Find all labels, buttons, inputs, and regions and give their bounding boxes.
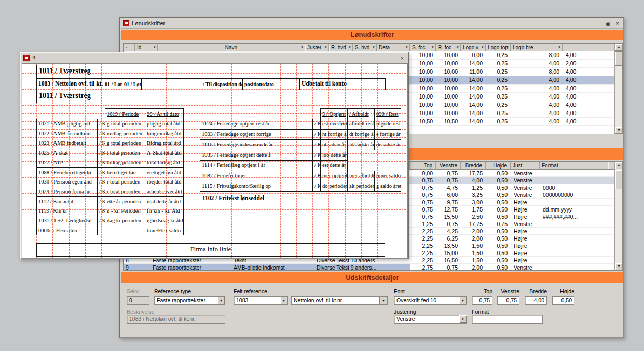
grid2-left-cell[interactable]: 9Faste rapportteksterAMB-pligtig indkoms…	[124, 264, 410, 271]
grid1-header-Logo top[interactable]: Logo top▼	[486, 44, 511, 51]
grid2-cell[interactable]: 0,50	[486, 177, 511, 184]
report-cell[interactable]: t total perioden	[105, 148, 145, 158]
grid2-cell[interactable]: Venstre	[511, 177, 540, 184]
report-cell[interactable]: berettiget løn	[105, 167, 145, 178]
report-cell[interactable]: g saldo året	[374, 181, 401, 192]
grid2-cell[interactable]: 0,75	[436, 170, 461, 177]
grid1-cell[interactable]: 0,25	[486, 76, 511, 85]
report-field[interactable]	[141, 78, 201, 90]
grid2-cell[interactable]	[540, 177, 608, 184]
filter-arrow-icon[interactable]: ▼	[348, 46, 351, 49]
felt-reference-code-select[interactable]: 1083 ▼	[234, 296, 288, 305]
report-cell[interactable]: 1113 / Km kr	[36, 206, 98, 216]
chevron-down-icon[interactable]: ▼	[459, 315, 467, 323]
grid1-cell[interactable]: 4,00	[511, 101, 563, 109]
bredde-input[interactable]: 4,00	[525, 296, 547, 305]
filter-arrow-icon[interactable]: ▼	[372, 46, 375, 49]
grid1-cell[interactable]: 10,00	[436, 85, 461, 93]
report-cell[interactable]: 1035 / Feriedage optjent dette å	[200, 150, 313, 161]
grid2-cell[interactable]: 0,75	[436, 220, 461, 228]
report-cell[interactable]: pligtig total åtd	[145, 119, 184, 129]
grid2-cell[interactable]: 13,50	[436, 242, 461, 249]
report-field[interactable]: Udbetalt til konto	[299, 78, 386, 90]
report-cell[interactable]: / K	[97, 187, 105, 197]
grid2-cell[interactable]: 2,25	[410, 228, 436, 235]
grid2-cell[interactable]: 0,75	[436, 177, 461, 184]
grid2-cell[interactable]: Højre	[511, 206, 540, 213]
report-field-fritekst[interactable]: 1102 / Fritekst lønseddel	[200, 193, 385, 235]
grid1-cell[interactable]: 0,25	[486, 51, 511, 60]
grid2-cell[interactable]: 4,25	[436, 228, 461, 235]
chevron-down-icon[interactable]: ▼	[280, 297, 287, 304]
grid1-cell[interactable]: 8,00	[511, 68, 563, 76]
report-cell[interactable]: est overført	[320, 119, 348, 130]
grid1-cell[interactable]: 10,00	[410, 76, 436, 85]
grid1-cell[interactable]: 10,00	[410, 51, 436, 60]
scrollbar-thumb[interactable]	[615, 51, 623, 66]
minimize-button[interactable]: –	[595, 20, 601, 27]
report-field[interactable]: positionsdato	[242, 78, 277, 90]
filter-arrow-icon[interactable]: ▼	[558, 46, 561, 49]
grid2-cell[interactable]: Højre	[511, 257, 540, 264]
grid1-cell[interactable]: 10,00	[410, 60, 436, 68]
report-cell[interactable]: de sidste år	[374, 139, 401, 150]
report-cell[interactable]: / K	[312, 181, 321, 192]
grid2-cell[interactable]: 0,50	[486, 257, 511, 264]
grid2-cell[interactable]: 1,50	[461, 257, 486, 264]
report-cell[interactable]: time/Flex saldo	[145, 226, 184, 236]
grid1-cell[interactable]: 10,00	[436, 51, 461, 60]
grid2-cell[interactable]: 6,00	[436, 191, 461, 199]
report-cell[interactable]: 1087 / Feriefri timer	[200, 171, 313, 181]
grid2-cell[interactable]: Højre	[511, 228, 540, 235]
report-cell[interactable]: total bidrag åtd	[145, 158, 184, 168]
font-select[interactable]: Overskrift fed 10 ▼	[394, 296, 467, 305]
grid2-cell[interactable]: 4,00	[461, 177, 486, 184]
grid1-cell[interactable]: 14,00	[461, 109, 486, 118]
report-cell[interactable]: arbejdsgiver åtd	[145, 187, 184, 197]
grid2-cell[interactable]: Højre	[511, 242, 540, 249]
grid2-header-Højde[interactable]: Højde	[486, 162, 511, 170]
grid1-cell[interactable]: 14,00	[461, 76, 486, 85]
report-cell[interactable]: A-Skat total åtd	[145, 148, 184, 158]
grid2-cell[interactable]: 0,50	[486, 170, 511, 177]
grid2-cell[interactable]: Højre	[511, 235, 540, 242]
grid1-cell[interactable]: 4,00	[563, 118, 579, 126]
grid1-header-S. foc[interactable]: S. foc▼	[410, 44, 436, 51]
grid1-cell[interactable]: 4,00	[511, 76, 563, 85]
vertical-scrollbar[interactable]: ▲▼	[614, 162, 622, 270]
grid2-cell[interactable]: 0,75	[410, 177, 436, 184]
grid1-cell[interactable]: 0,25	[486, 93, 511, 101]
grid2-cell[interactable]: 0000000000	[540, 191, 608, 199]
report-cell[interactable]: alt perioden	[347, 181, 375, 192]
report-cell[interactable]: 1124 / Feriedage optjent rest år	[200, 119, 313, 130]
grid2-cell[interactable]: 0,75	[410, 213, 436, 220]
report-cell[interactable]: 1023 / AMB indbetalt	[36, 138, 98, 148]
report-cell[interactable]: fri km - kr. Åtd	[145, 206, 184, 216]
report-cell[interactable]: dt forrige år	[347, 129, 375, 140]
report-cell[interactable]: løngrundlag åtd	[145, 129, 184, 139]
grid2-cell[interactable]: 6,25	[436, 235, 461, 242]
scroll-down-button[interactable]: ▼	[615, 263, 623, 270]
grid1-cell[interactable]: 2,00	[563, 60, 579, 68]
report-field[interactable]: 01 / Løn	[103, 78, 122, 90]
grid1-cell[interactable]: 14,00	[461, 118, 486, 126]
grid1-cell[interactable]: 0,00	[461, 51, 486, 60]
report-cell[interactable]: ldo dette år	[320, 150, 348, 161]
grid1-cell[interactable]: 14,00	[461, 93, 486, 101]
report-field-bar2[interactable]: 1011 / Tværstreg	[36, 90, 385, 103]
grid2-cell[interactable]: 1,50	[461, 242, 486, 249]
report-field-footer[interactable]: Firma info linie	[36, 243, 385, 257]
report-cell[interactable]: 1022 / AMB-fri indkom	[36, 129, 98, 139]
report-field[interactable]	[277, 78, 300, 90]
report-cell[interactable]: 1115 / Fritvalgskonto/Særlig op	[200, 181, 313, 192]
grid1-cell[interactable]: 4,00	[563, 51, 579, 60]
grid2-cell[interactable]: Højre	[511, 199, 540, 206]
grid1-cell[interactable]: 4,00	[563, 101, 579, 109]
filter-arrow-icon[interactable]: ▼	[300, 46, 304, 49]
report-cell[interactable]: e forrige år	[374, 129, 401, 140]
report-cell[interactable]: 0000c / Flexsaldo	[36, 226, 98, 236]
filter-arrow-icon[interactable]: ▼	[456, 46, 459, 49]
grid1-cell[interactable]: 10,00	[410, 101, 436, 109]
venstre-input[interactable]: 0,75	[497, 296, 519, 305]
front-window-titlebar[interactable]: !! ×	[21, 53, 407, 63]
